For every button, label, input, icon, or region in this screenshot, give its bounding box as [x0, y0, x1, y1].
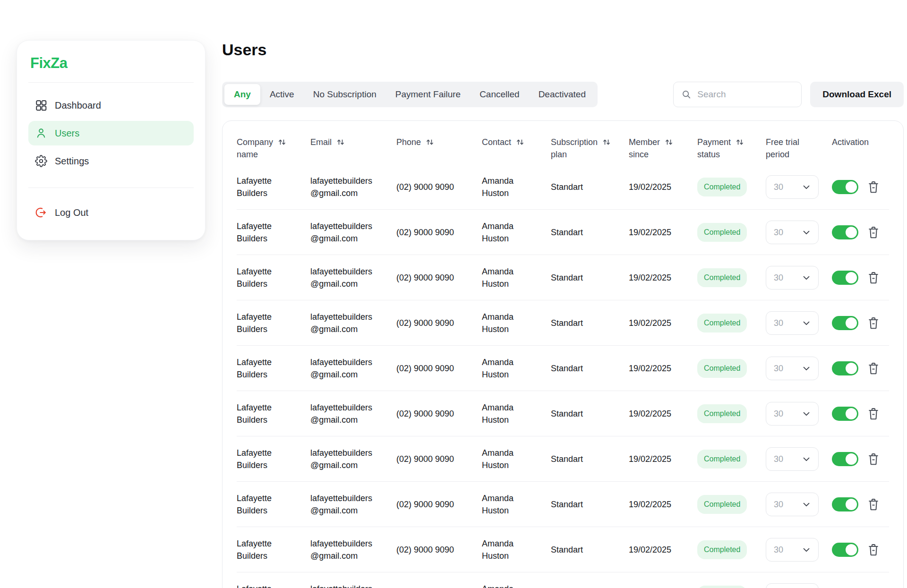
trash-icon[interactable]	[867, 361, 880, 375]
free-trial-dropdown[interactable]: 30	[766, 357, 819, 380]
payment-status-cell: Completed	[697, 359, 766, 378]
table-row: LafayetteBuilders lafayettebuilders@gmai…	[237, 255, 889, 300]
status-badge: Completed	[697, 540, 747, 559]
activation-toggle[interactable]	[832, 225, 858, 239]
phone-cell: (02) 9000 9090	[396, 272, 482, 284]
filter-tab-any[interactable]: Any	[224, 84, 260, 105]
sidebar-nav: Dashboard Users Settings	[28, 93, 194, 173]
table-header-row: Company name Email Phone	[237, 136, 889, 161]
member-since-cell: 19/02/2025	[629, 544, 697, 556]
contact-cell: AmandaHuston	[482, 356, 551, 381]
payment-status-cell: Completed	[697, 450, 766, 469]
free-trial-cell: 30	[766, 221, 832, 244]
email-cell: lafayettebuilders@gmail.com	[310, 401, 396, 426]
contact-cell: AmandaHuston	[482, 583, 551, 588]
email-cell: lafayettebuilders@gmail.com	[310, 311, 396, 335]
subscription-plan-cell: Standart	[551, 498, 629, 511]
trash-icon[interactable]	[867, 452, 880, 466]
chevron-down-icon	[801, 273, 812, 283]
sort-icon[interactable]	[278, 138, 286, 146]
free-trial-cell: 30	[766, 538, 832, 562]
activation-cell	[832, 407, 890, 421]
column-header-phone: Phone	[396, 136, 482, 148]
free-trial-dropdown[interactable]: 30	[766, 311, 819, 335]
trash-icon[interactable]	[867, 316, 880, 330]
free-trial-dropdown[interactable]: 30	[766, 402, 819, 426]
payment-status-cell: Completed	[697, 314, 766, 332]
sort-icon[interactable]	[516, 138, 524, 146]
subscription-plan-cell: Standart	[551, 408, 629, 420]
search-icon	[681, 89, 692, 100]
filter-tab-no-subscription[interactable]: No Subscription	[304, 84, 386, 105]
filter-tab-cancelled[interactable]: Cancelled	[470, 84, 529, 105]
email-cell: lafayettebuilders@gmail.com	[310, 356, 396, 381]
status-badge: Completed	[697, 359, 747, 378]
filter-tab-active[interactable]: Active	[260, 84, 304, 105]
status-badge: Completed	[697, 495, 747, 514]
activation-toggle[interactable]	[832, 543, 858, 557]
free-trial-cell: 30	[766, 493, 832, 516]
sort-icon[interactable]	[426, 138, 434, 146]
dashboard-icon	[35, 99, 47, 111]
trash-icon[interactable]	[867, 225, 880, 239]
table-row: LafayetteBuilders lafayettebuilders@gmai…	[237, 346, 889, 391]
contact-cell: AmandaHuston	[482, 175, 551, 199]
company-name-cell: LafayetteBuilders	[237, 175, 310, 199]
member-since-cell: 19/02/2025	[629, 317, 697, 329]
filter-tab-deactivated[interactable]: Deactivated	[529, 84, 595, 105]
subscription-plan-cell: Standart	[551, 226, 629, 239]
activation-toggle[interactable]	[832, 452, 858, 466]
activation-cell	[832, 225, 890, 239]
download-excel-button[interactable]: Download Excel	[810, 82, 904, 107]
trash-icon[interactable]	[867, 180, 880, 194]
activation-toggle[interactable]	[832, 497, 858, 511]
free-trial-dropdown[interactable]: 30	[766, 175, 819, 199]
activation-toggle[interactable]	[832, 271, 858, 285]
phone-cell: (02) 9000 9090	[396, 453, 482, 465]
filter-tab-payment-failure[interactable]: Payment Failure	[386, 84, 470, 105]
free-trial-dropdown[interactable]: 30	[766, 447, 819, 471]
activation-toggle[interactable]	[832, 407, 858, 421]
free-trial-dropdown[interactable]: 30	[766, 221, 819, 244]
free-trial-dropdown[interactable]: 30	[766, 583, 819, 588]
chevron-down-icon	[801, 318, 812, 328]
logout-button[interactable]: Log Out	[28, 200, 194, 225]
sort-icon[interactable]	[665, 138, 673, 146]
activation-toggle[interactable]	[832, 316, 858, 330]
search-box[interactable]	[673, 82, 802, 107]
trash-icon[interactable]	[867, 497, 880, 511]
sort-icon[interactable]	[736, 138, 744, 146]
company-name-cell: LafayetteBuilders	[237, 492, 310, 517]
table-row: LafayetteBuilders lafayettebuilders@gmai…	[237, 572, 889, 588]
search-input[interactable]	[697, 89, 794, 100]
activation-cell	[832, 543, 890, 557]
company-name-cell: LafayetteBuilders	[237, 311, 310, 335]
sidebar-item-dashboard[interactable]: Dashboard	[28, 93, 194, 118]
table-body: LafayetteBuilders lafayettebuilders@gmai…	[237, 164, 889, 588]
chevron-down-icon	[801, 499, 812, 510]
sidebar-item-users[interactable]: Users	[28, 121, 194, 145]
column-header-contact: Contact	[482, 136, 551, 148]
sort-icon[interactable]	[336, 138, 345, 146]
status-badge: Completed	[697, 404, 747, 423]
sidebar-item-settings[interactable]: Settings	[28, 149, 194, 173]
status-badge: Completed	[697, 178, 747, 196]
email-cell: lafayettebuilders@gmail.com	[310, 537, 396, 562]
free-trial-dropdown[interactable]: 30	[766, 538, 819, 562]
status-badge: Completed	[697, 314, 747, 332]
chevron-down-icon	[801, 227, 812, 238]
users-icon	[35, 127, 47, 139]
activation-cell	[832, 452, 890, 466]
activation-cell	[832, 316, 890, 330]
table-row: LafayetteBuilders lafayettebuilders@gmai…	[237, 210, 889, 255]
free-trial-dropdown[interactable]: 30	[766, 266, 819, 290]
trash-icon[interactable]	[867, 543, 880, 557]
trash-icon[interactable]	[867, 271, 880, 285]
activation-toggle[interactable]	[832, 180, 858, 194]
activation-toggle[interactable]	[832, 361, 858, 375]
contact-cell: AmandaHuston	[482, 447, 551, 471]
free-trial-dropdown[interactable]: 30	[766, 493, 819, 516]
trash-icon[interactable]	[867, 407, 880, 421]
sort-icon[interactable]	[602, 138, 611, 146]
email-cell: lafayettebuilders@gmail.com	[310, 265, 396, 290]
